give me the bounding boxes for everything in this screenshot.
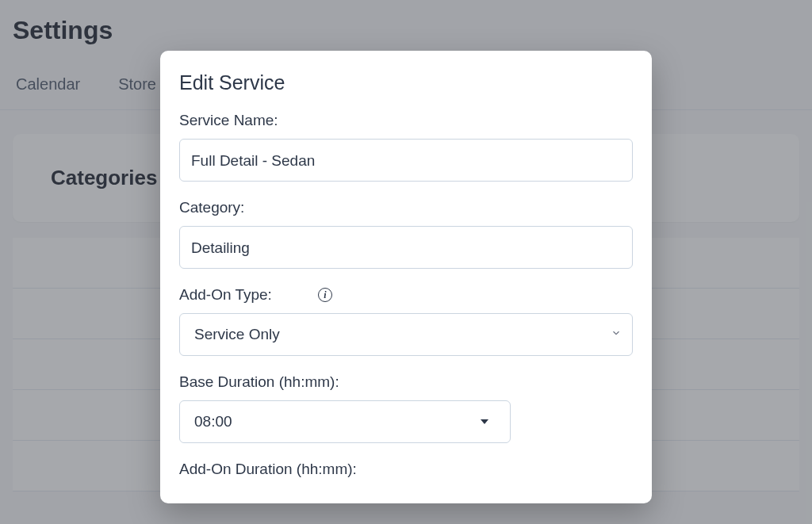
category-label: Category:	[179, 199, 633, 216]
dialog-title: Edit Service	[179, 71, 633, 94]
base-duration-label: Base Duration (hh:mm):	[179, 373, 633, 391]
addon-type-label: Add-On Type:	[179, 286, 272, 304]
service-name-label: Service Name:	[179, 112, 633, 129]
service-name-input[interactable]: Full Detail - Sedan	[179, 139, 633, 182]
addon-type-select[interactable]: Service Only	[179, 313, 633, 356]
info-icon[interactable]: i	[318, 288, 332, 302]
edit-service-dialog: Edit Service Service Name: Full Detail -…	[160, 51, 652, 503]
base-duration-select[interactable]: 08:00	[179, 400, 511, 443]
addon-duration-label: Add-On Duration (hh:mm):	[179, 461, 633, 478]
category-input[interactable]: Detailing	[179, 226, 633, 269]
modal-overlay[interactable]: Edit Service Service Name: Full Detail -…	[0, 0, 812, 524]
